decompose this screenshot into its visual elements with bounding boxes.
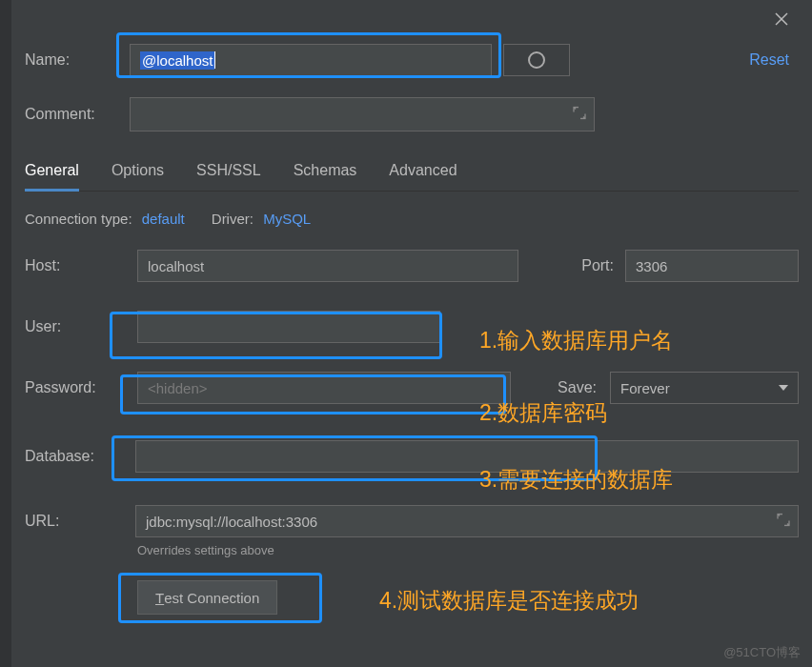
host-row: Host: localhost Port: 3306 xyxy=(25,250,799,282)
expand-icon[interactable] xyxy=(573,107,586,123)
port-value: 3306 xyxy=(636,258,667,274)
driver-label: Driver: xyxy=(212,211,254,227)
user-label: User: xyxy=(25,318,137,335)
database-input[interactable] xyxy=(135,440,799,473)
host-label: Host: xyxy=(25,257,137,274)
save-select[interactable]: Forever xyxy=(610,372,799,404)
connection-type-value[interactable]: default xyxy=(142,211,185,227)
override-note: Overrides settings above xyxy=(137,543,799,557)
comment-label: Comment: xyxy=(25,106,130,123)
user-input[interactable] xyxy=(137,311,440,343)
connection-type-label: Connection type: xyxy=(25,211,132,227)
password-label: Password: xyxy=(25,379,137,396)
save-select-value: Forever xyxy=(620,380,670,396)
url-label: URL: xyxy=(25,513,135,530)
url-row: URL: jdbc:mysql://localhost:3306 xyxy=(25,505,799,537)
port-input[interactable]: 3306 xyxy=(625,250,799,282)
host-input[interactable]: localhost xyxy=(137,250,518,282)
sidebar-stub xyxy=(0,0,11,667)
chevron-down-icon xyxy=(779,385,788,391)
url-input[interactable]: jdbc:mysql://localhost:3306 xyxy=(135,505,799,537)
comment-row: Comment: xyxy=(25,97,799,131)
port-label: Port: xyxy=(557,257,614,274)
test-connection-label: est Connection xyxy=(164,590,259,606)
host-value: localhost xyxy=(148,258,204,274)
test-row: Test Connection xyxy=(25,557,799,615)
tab-schemas[interactable]: Schemas xyxy=(294,162,357,192)
password-input[interactable]: <hidden> xyxy=(137,372,511,404)
color-circle-icon xyxy=(528,51,545,69)
tab-bar: General Options SSH/SSL Schemas Advanced xyxy=(25,162,799,192)
tab-advanced[interactable]: Advanced xyxy=(389,162,457,192)
connection-info: Connection type: default Driver: MySQL xyxy=(25,211,799,227)
tab-general[interactable]: General xyxy=(25,162,79,192)
save-label: Save: xyxy=(558,379,597,396)
password-placeholder: <hidden> xyxy=(148,380,208,396)
password-row: Password: <hidden> Save: Forever xyxy=(25,372,799,404)
dialog-root: Name: @localhost Reset Comment: General xyxy=(0,0,812,667)
text-caret xyxy=(214,51,215,69)
driver-value[interactable]: MySQL xyxy=(263,211,311,227)
watermark: @51CTO博客 xyxy=(723,644,801,661)
name-label: Name: xyxy=(25,51,130,69)
name-row: Name: @localhost Reset xyxy=(25,44,799,76)
connection-type: Connection type: default xyxy=(25,211,185,227)
color-picker[interactable] xyxy=(503,44,570,76)
tab-options[interactable]: Options xyxy=(112,162,164,192)
database-label: Database: xyxy=(25,448,135,465)
user-row: User: xyxy=(25,311,799,343)
test-connection-button[interactable]: Test Connection xyxy=(137,580,277,615)
database-row: Database: xyxy=(25,440,799,473)
expand-icon[interactable] xyxy=(777,514,790,530)
reset-link[interactable]: Reset xyxy=(749,51,789,69)
url-value: jdbc:mysql://localhost:3306 xyxy=(146,514,317,530)
tab-ssh-ssl[interactable]: SSH/SSL xyxy=(196,162,261,192)
name-input[interactable]: @localhost xyxy=(130,44,492,76)
driver-info: Driver: MySQL xyxy=(212,211,311,227)
test-connection-mnemonic: T xyxy=(155,590,164,606)
comment-input[interactable] xyxy=(130,97,595,131)
name-input-text: @localhost xyxy=(140,51,214,70)
content-area: Name: @localhost Reset Comment: General xyxy=(11,0,812,667)
